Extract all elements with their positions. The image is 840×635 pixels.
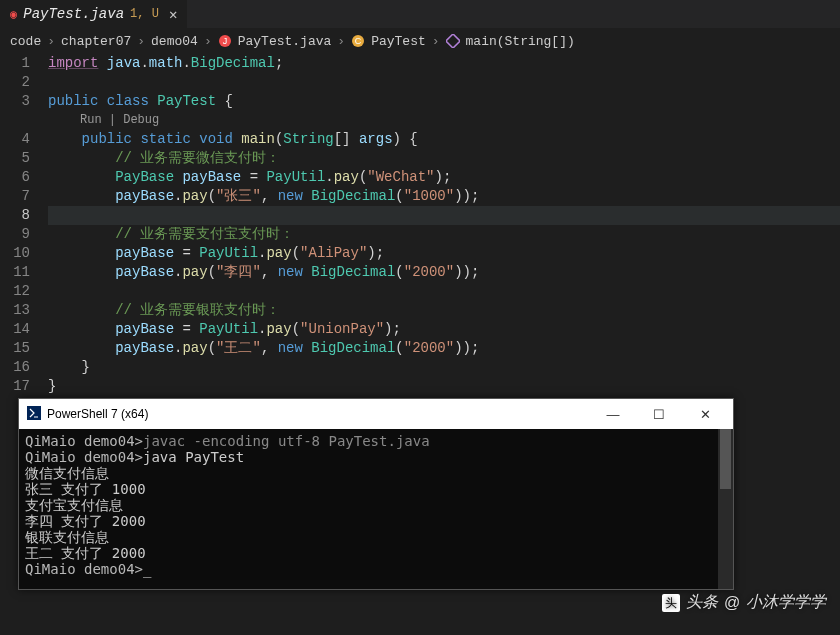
chevron-right-icon: › [137, 34, 145, 49]
line-number: 14 [0, 320, 30, 339]
codelens-debug[interactable]: Debug [123, 113, 159, 127]
close-icon[interactable]: ✕ [169, 6, 177, 23]
minimize-button[interactable]: — [593, 407, 633, 422]
line-number: 16 [0, 358, 30, 377]
code-line[interactable] [48, 73, 840, 92]
code-line[interactable]: payBase = PayUtil.pay("AliPay"); [48, 244, 840, 263]
toutiao-icon: 头 [662, 594, 680, 612]
code-line[interactable]: payBase.pay("张三", new BigDecimal("1000")… [48, 187, 840, 206]
svg-text:J: J [222, 36, 227, 46]
watermark-name: 小沐学学学 [746, 592, 826, 613]
chevron-right-icon: › [47, 34, 55, 49]
line-number: 11 [0, 263, 30, 282]
code-line[interactable]: } [48, 358, 840, 377]
code-line[interactable]: // 业务需要微信支付时： [48, 149, 840, 168]
line-number: 8 [0, 206, 30, 225]
chevron-right-icon: › [204, 34, 212, 49]
code-line[interactable]: // 业务需要支付宝支付时： [48, 225, 840, 244]
code-line[interactable]: payBase.pay("王二", new BigDecimal("2000")… [48, 339, 840, 358]
watermark-prefix: 头条 [686, 592, 718, 613]
line-number: 1 [0, 54, 30, 73]
line-number: 6 [0, 168, 30, 187]
line-number: 12 [0, 282, 30, 301]
terminal-scrollbar[interactable] [718, 429, 733, 589]
watermark: 头 头条 @ 小沐学学学 [662, 592, 826, 613]
line-gutter: 123 4567891011121314151617 [0, 54, 48, 396]
code-line[interactable]: payBase = PayUtil.pay("UnionPay"); [48, 320, 840, 339]
code-line[interactable]: // 业务需要银联支付时： [48, 301, 840, 320]
line-number: 15 [0, 339, 30, 358]
codelens[interactable]: Run | Debug [48, 111, 840, 130]
code-line[interactable]: public class PayTest { [48, 92, 840, 111]
code-line[interactable]: } [48, 377, 840, 396]
code-line[interactable]: public static void main(String[] args) { [48, 130, 840, 149]
line-number: 3 [0, 92, 30, 111]
tab-bar: ◉ PayTest.java 1, U ✕ [0, 0, 840, 28]
line-number: 2 [0, 73, 30, 92]
method-icon [446, 34, 460, 48]
error-icon: ◉ [10, 7, 17, 22]
crumb-method[interactable]: main(String[]) [466, 34, 575, 49]
terminal-titlebar[interactable]: PowerShell 7 (x64) — ☐ ✕ [19, 399, 733, 429]
terminal-body[interactable]: QiMaio demo04>javac -encoding utf-8 PayT… [19, 429, 733, 589]
tab-filename: PayTest.java [23, 6, 124, 22]
svg-text:C: C [355, 36, 362, 46]
code-line[interactable]: payBase.pay("李四", new BigDecimal("2000")… [48, 263, 840, 282]
crumb-chapter[interactable]: chapter07 [61, 34, 131, 49]
code-line[interactable]: import java.math.BigDecimal; [48, 54, 840, 73]
maximize-button[interactable]: ☐ [639, 407, 679, 422]
line-number: 10 [0, 244, 30, 263]
terminal-title: PowerShell 7 (x64) [47, 407, 148, 421]
code-line[interactable] [48, 282, 840, 301]
watermark-at: @ [724, 594, 740, 612]
code-line[interactable] [48, 206, 840, 225]
tab-status: 1, U [130, 7, 159, 21]
breadcrumb: code › chapter07 › demo04 › J PayTest.ja… [0, 28, 840, 54]
editor-tab[interactable]: ◉ PayTest.java 1, U ✕ [0, 0, 187, 28]
line-number: 17 [0, 377, 30, 396]
class-icon: C [351, 34, 365, 48]
powershell-icon [27, 406, 41, 423]
crumb-file[interactable]: PayTest.java [238, 34, 332, 49]
line-number: 5 [0, 149, 30, 168]
java-file-icon: J [218, 34, 232, 48]
crumb-code[interactable]: code [10, 34, 41, 49]
line-number: 4 [0, 130, 30, 149]
line-number: 9 [0, 225, 30, 244]
crumb-class[interactable]: PayTest [371, 34, 426, 49]
code-editor[interactable]: 123 4567891011121314151617 import java.m… [0, 54, 840, 396]
line-number: 7 [0, 187, 30, 206]
close-button[interactable]: ✕ [685, 407, 725, 422]
chevron-right-icon: › [432, 34, 440, 49]
code-area[interactable]: import java.math.BigDecimal; public clas… [48, 54, 840, 396]
scrollbar-thumb[interactable] [720, 429, 731, 489]
terminal-window: PowerShell 7 (x64) — ☐ ✕ QiMaio demo04>j… [18, 398, 734, 590]
svg-rect-4 [446, 34, 460, 48]
codelens-run[interactable]: Run [80, 113, 102, 127]
line-number: 13 [0, 301, 30, 320]
crumb-folder[interactable]: demo04 [151, 34, 198, 49]
chevron-right-icon: › [337, 34, 345, 49]
code-line[interactable]: PayBase payBase = PayUtil.pay("WeChat"); [48, 168, 840, 187]
